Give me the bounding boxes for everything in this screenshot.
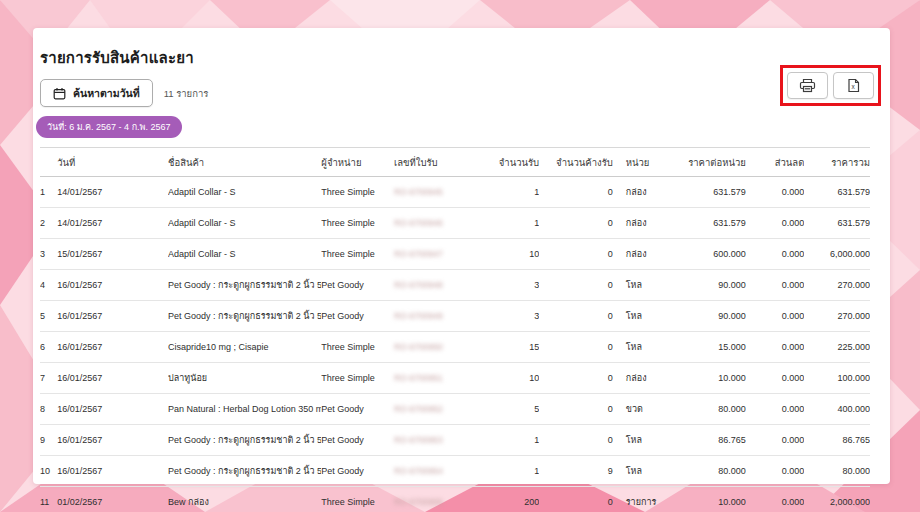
cell-receipt-no: RO-6700949 <box>394 301 495 332</box>
cell-unit-price: 90.000 <box>679 301 746 332</box>
cell-receipt-no: RO-6700946 <box>394 208 495 239</box>
cell-receipt-no: RO-6700955 <box>394 487 495 512</box>
cell-date: 15/01/2567 <box>57 239 168 270</box>
receipts-table-wrap: วันที่ ชื่อสินค้า ผู้จำหน่าย เลขที่ใบรับ… <box>40 147 870 512</box>
cell-receipt-no: RO-6700952 <box>394 394 495 425</box>
table-row: 9 16/01/2567 Pet Goody : กระดูกผูกธรรมชา… <box>40 425 870 456</box>
print-button[interactable] <box>787 72 828 99</box>
excel-file-icon: x <box>847 78 860 93</box>
cell-row-number: 1 <box>40 177 57 208</box>
table-row: 7 16/01/2567 ปลาทูน้อย Three Simple RO-6… <box>40 363 870 394</box>
cell-unit: กล่อง <box>613 208 680 239</box>
table-row: 8 16/01/2567 Pan Natural : Herbal Dog Lo… <box>40 394 870 425</box>
cell-total: 225.000 <box>804 332 870 363</box>
cell-discount: 0.000 <box>746 487 804 512</box>
cell-product: Pet Goody : กระดูกผูกธรรมชาติ 2 นิ้ว 500… <box>168 270 321 301</box>
cell-receipt-no: RO-6700950 <box>394 332 495 363</box>
cell-supplier: Three Simple <box>321 363 394 394</box>
col-unit-price: ราคาต่อหน่วย <box>679 148 746 177</box>
search-by-date-button[interactable]: ค้นหาตามวันที่ <box>40 79 153 107</box>
cell-row-number: 2 <box>40 208 57 239</box>
cell-qty-pending: 0 <box>539 239 613 270</box>
cell-discount: 0.000 <box>746 208 804 239</box>
cell-total: 86.765 <box>804 425 870 456</box>
page-title: รายการรับสินค้าและยา <box>40 46 890 70</box>
cell-discount: 0.000 <box>746 363 804 394</box>
cell-supplier: Three Simple <box>321 208 394 239</box>
col-discount: ส่วนลด <box>746 148 804 177</box>
cell-unit: โหล <box>613 270 680 301</box>
cell-date: 16/01/2567 <box>57 270 168 301</box>
cell-unit: กล่อง <box>613 177 680 208</box>
cell-total: 2,000.000 <box>804 487 870 512</box>
cell-qty-received: 200 <box>495 487 539 512</box>
cell-total: 631.579 <box>804 208 870 239</box>
cell-supplier: Three Simple <box>321 487 394 512</box>
cell-qty-received: 10 <box>495 239 539 270</box>
cell-unit-price: 10.000 <box>679 487 746 512</box>
cell-date: 01/02/2567 <box>57 487 168 512</box>
cell-qty-pending: 0 <box>539 177 613 208</box>
cell-qty-received: 15 <box>495 332 539 363</box>
cell-discount: 0.000 <box>746 177 804 208</box>
cell-qty-pending: 0 <box>539 301 613 332</box>
cell-row-number: 7 <box>40 363 57 394</box>
cell-qty-received: 1 <box>495 456 539 487</box>
cell-product: Pet Goody : กระดูกผูกธรรมชาติ 2 นิ้ว 500… <box>168 301 321 332</box>
cell-row-number: 10 <box>40 456 57 487</box>
cell-unit-price: 631.579 <box>679 208 746 239</box>
cell-qty-received: 1 <box>495 208 539 239</box>
search-by-date-label: ค้นหาตามวันที่ <box>73 85 140 102</box>
cell-product: Adaptil Collar - S <box>168 177 321 208</box>
controls-row: ค้นหาตามวันที่ 11 รายการ <box>40 79 890 107</box>
cell-discount: 0.000 <box>746 270 804 301</box>
cell-row-number: 8 <box>40 394 57 425</box>
cell-qty-pending: 0 <box>539 394 613 425</box>
cell-date: 16/01/2567 <box>57 301 168 332</box>
cell-product: Pan Natural : Herbal Dog Lotion 350 ml. <box>168 394 321 425</box>
cell-total: 6,000.000 <box>804 239 870 270</box>
cell-qty-received: 3 <box>495 270 539 301</box>
table-row: 10 16/01/2567 Pet Goody : กระดูกผูกธรรมช… <box>40 456 870 487</box>
export-excel-button[interactable]: x <box>833 72 874 99</box>
cell-unit-price: 631.579 <box>679 177 746 208</box>
cell-unit: กล่อง <box>613 363 680 394</box>
cell-receipt-no: RO-6700947 <box>394 239 495 270</box>
printer-icon <box>799 78 816 93</box>
svg-text:x: x <box>852 83 856 90</box>
cell-date: 14/01/2567 <box>57 177 168 208</box>
cell-unit: โหล <box>613 332 680 363</box>
cell-date: 16/01/2567 <box>57 363 168 394</box>
cell-discount: 0.000 <box>746 332 804 363</box>
cell-qty-pending: 0 <box>539 332 613 363</box>
table-row: 3 15/01/2567 Adaptil Collar - S Three Si… <box>40 239 870 270</box>
table-row: 5 16/01/2567 Pet Goody : กระดูกผูกธรรมชา… <box>40 301 870 332</box>
cell-date: 16/01/2567 <box>57 425 168 456</box>
cell-qty-pending: 0 <box>539 425 613 456</box>
col-unit: หน่วย <box>613 148 680 177</box>
cell-unit: ขวด <box>613 394 680 425</box>
cell-product: Pet Goody : กระดูกผูกธรรมชาติ 2 นิ้ว 500… <box>168 425 321 456</box>
cell-total: 80.000 <box>804 456 870 487</box>
col-total: ราคารวม <box>804 148 870 177</box>
cell-total: 631.579 <box>804 177 870 208</box>
red-annotation-box: x <box>780 65 881 106</box>
table-row: 2 14/01/2567 Adaptil Collar - S Three Si… <box>40 208 870 239</box>
cell-unit-price: 10.000 <box>679 363 746 394</box>
cell-unit: โหล <box>613 425 680 456</box>
table-body: 1 14/01/2567 Adaptil Collar - S Three Si… <box>40 177 870 512</box>
cell-product: Pet Goody : กระดูกผูกธรรมชาติ 2 นิ้ว 500… <box>168 456 321 487</box>
cell-qty-received: 1 <box>495 425 539 456</box>
cell-receipt-no: RO-6700953 <box>394 425 495 456</box>
calendar-icon <box>53 87 66 100</box>
cell-unit-price: 600.000 <box>679 239 746 270</box>
cell-discount: 0.000 <box>746 456 804 487</box>
cell-total: 400.000 <box>804 394 870 425</box>
cell-receipt-no: RO-6700954 <box>394 456 495 487</box>
cell-qty-pending: 9 <box>539 456 613 487</box>
cell-total: 100.000 <box>804 363 870 394</box>
cell-product: Cisapride10 mg ; Cisapie <box>168 332 321 363</box>
cell-receipt-no: RO-6700945 <box>394 177 495 208</box>
table-row: 4 16/01/2567 Pet Goody : กระดูกผูกธรรมชา… <box>40 270 870 301</box>
cell-row-number: 11 <box>40 487 57 512</box>
